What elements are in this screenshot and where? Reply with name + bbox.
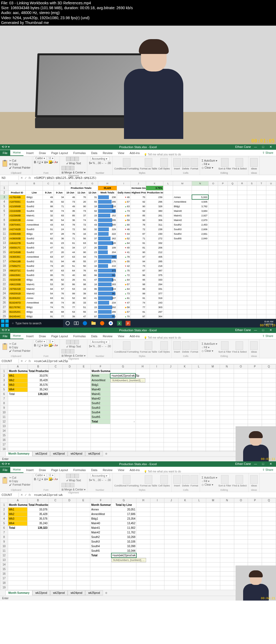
cell[interactable]: 99 (65, 291, 76, 296)
col-header[interactable]: P (248, 364, 262, 369)
cell[interactable]: 387 (146, 268, 163, 273)
cell[interactable]: Main41 (26, 282, 43, 287)
cell[interactable]: 364 (146, 314, 163, 319)
cell[interactable]: 95 (130, 277, 146, 282)
cell[interactable]: 93 (87, 291, 98, 296)
cell[interactable]: 63 (54, 268, 65, 273)
row-header[interactable]: 14 (0, 428, 8, 433)
cell[interactable]: Main40 (91, 387, 111, 392)
insert-cells-button[interactable] (173, 341, 181, 350)
cell[interactable]: 70 (54, 273, 65, 277)
max-btn[interactable]: □ (259, 462, 267, 465)
cell[interactable]: 44 (87, 309, 98, 314)
cell[interactable]: South2 (26, 204, 43, 209)
cell[interactable]: 94 (130, 259, 146, 264)
cortana-icon[interactable] (64, 319, 72, 327)
paste-icon[interactable] (2, 343, 8, 351)
cell[interactable] (173, 300, 192, 305)
cell[interactable]: Wk1 (8, 373, 28, 378)
tab-formulas[interactable]: Formulas (71, 333, 88, 339)
cell[interactable] (90, 576, 111, 581)
currency-button[interactable]: $▾ (89, 345, 92, 348)
row-header[interactable]: 14 (0, 562, 8, 567)
autosum-button[interactable]: Σ AutoSum ▾ (202, 476, 217, 479)
cell[interactable]: 56 (76, 236, 87, 241)
row-header[interactable]: 19 (0, 585, 8, 590)
row-header[interactable]: 5 (0, 521, 8, 526)
cell[interactable] (8, 406, 28, 410)
row-header[interactable]: 2 (0, 507, 8, 512)
cell[interactable]: Wk3 (8, 383, 28, 387)
cell[interactable] (90, 571, 111, 576)
font-size-select[interactable]: 11 ▾ (47, 156, 55, 160)
row-header[interactable]: 11 (0, 231, 9, 236)
cell[interactable]: 72 (76, 222, 87, 227)
cell[interactable] (173, 277, 192, 282)
col-header[interactable]: C (43, 181, 54, 186)
bold-button[interactable]: B (34, 478, 36, 481)
cell[interactable] (192, 282, 208, 287)
cell[interactable] (173, 250, 192, 254)
cell[interactable] (91, 433, 111, 438)
cell[interactable] (8, 562, 27, 567)
cell[interactable]: 321 (98, 277, 117, 282)
cell[interactable]: 351 (98, 314, 117, 319)
sheet-tab[interactable]: wk24prod (68, 451, 85, 456)
bold-button[interactable]: B (34, 344, 36, 347)
row-header[interactable]: 1 (0, 503, 8, 507)
row-header[interactable]: 4 (0, 383, 8, 387)
col-header[interactable]: M (206, 498, 220, 503)
tab-formulas[interactable]: Formulas (71, 150, 88, 156)
tab-data[interactable]: Data (88, 467, 100, 473)
align-top-button[interactable] (66, 474, 70, 478)
cell[interactable]: South3 (26, 273, 43, 277)
wrap-text-button[interactable]: ↲ Wrap Text (66, 162, 81, 165)
col-header[interactable] (0, 181, 9, 186)
cell[interactable]: 90 (76, 250, 87, 254)
cell[interactable] (91, 447, 111, 451)
cell[interactable] (8, 548, 27, 553)
row-header[interactable]: 8 (0, 401, 8, 406)
sheet-tab[interactable]: wk22prod (32, 590, 50, 595)
cell[interactable]: 94 (54, 259, 65, 264)
cell[interactable] (111, 562, 136, 567)
cell[interactable]: 405 (146, 254, 163, 259)
cell[interactable]: 66 (43, 309, 54, 314)
cell[interactable]: 59 (117, 218, 130, 222)
cell[interactable]: 73 (65, 199, 76, 204)
cell[interactable]: 2,661 (192, 231, 208, 236)
cell[interactable]: 16 (76, 231, 87, 236)
col-header[interactable]: O (234, 364, 248, 369)
insert-cells-button[interactable] (173, 475, 181, 484)
merge-center-button[interactable]: ⊞ Merge & Center ▾ (61, 354, 85, 357)
cell[interactable]: 74 (76, 218, 87, 222)
tab-page-layout[interactable]: Page Layout (49, 333, 71, 339)
cell[interactable] (8, 553, 27, 558)
sort-filter-button[interactable] (221, 158, 229, 167)
tab-insert[interactable]: Insert (23, 467, 36, 473)
cancel-icon[interactable]: ✕ (20, 359, 23, 363)
name-box[interactable]: COUNT (0, 493, 19, 497)
cell[interactable]: 51 (43, 259, 54, 264)
row-header[interactable]: 2 (0, 190, 9, 195)
tab-draw[interactable]: Draw (36, 150, 49, 156)
row-header[interactable]: 7 (0, 530, 8, 535)
cell[interactable]: 74 (54, 300, 65, 305)
col-header[interactable]: D (54, 181, 65, 186)
col-header[interactable]: A (8, 364, 28, 369)
cell[interactable]: South2 (26, 241, 43, 245)
cell[interactable]: 70 (76, 195, 87, 199)
cell[interactable] (27, 401, 49, 406)
font-family-select[interactable]: Calibri ▾ (34, 156, 46, 160)
cancel-icon[interactable]: ✕ (20, 493, 23, 497)
cell[interactable] (27, 419, 49, 424)
tab-review[interactable]: Review (100, 150, 115, 156)
cell[interactable]: 10,398 (111, 544, 136, 548)
cell[interactable] (192, 309, 208, 314)
tell-me-input[interactable]: Tell me what you want to do (144, 336, 181, 339)
sheet-tab[interactable]: wk22prod (32, 451, 50, 456)
cell[interactable]: 17 (76, 245, 87, 250)
cell[interactable] (192, 264, 208, 268)
format-cells-button[interactable] (191, 158, 198, 167)
cell[interactable]: 91 (76, 277, 87, 282)
